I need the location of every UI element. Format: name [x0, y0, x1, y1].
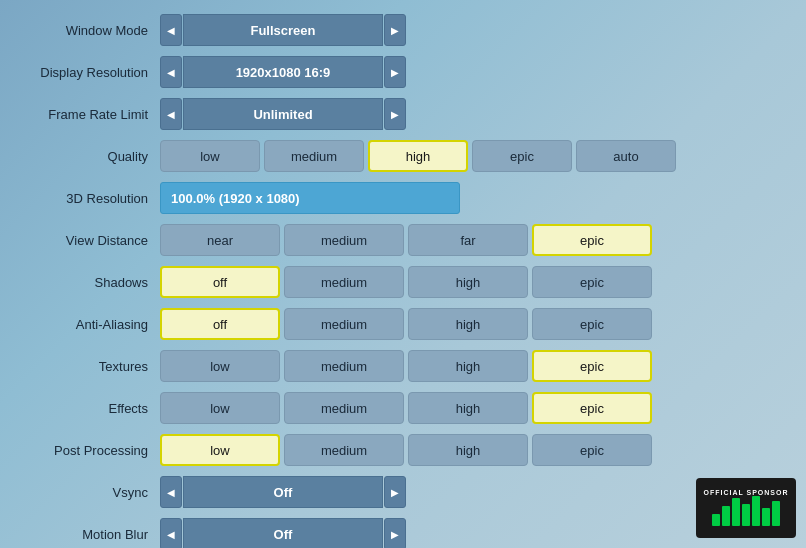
post-processing-options: low medium high epic	[160, 434, 652, 466]
frame-rate-row: Frame Rate Limit ◀ Unlimited ▶	[20, 96, 786, 132]
shadows-epic[interactable]: epic	[532, 266, 652, 298]
sponsor-bar-2	[722, 506, 730, 526]
shadows-row: Shadows off medium high epic	[20, 264, 786, 300]
window-mode-label: Window Mode	[20, 23, 160, 38]
motion-blur-prev[interactable]: ◀	[160, 518, 182, 548]
display-resolution-next[interactable]: ▶	[384, 56, 406, 88]
quality-auto[interactable]: auto	[576, 140, 676, 172]
display-resolution-row: Display Resolution ◀ 1920x1080 16:9 ▶	[20, 54, 786, 90]
anti-aliasing-off[interactable]: off	[160, 308, 280, 340]
anti-aliasing-row: Anti-Aliasing off medium high epic	[20, 306, 786, 342]
vsync-prev[interactable]: ◀	[160, 476, 182, 508]
sponsor-text: OFFICIAL SPONSOR	[703, 489, 788, 496]
window-mode-row: Window Mode ◀ Fullscreen ▶	[20, 12, 786, 48]
effects-high[interactable]: high	[408, 392, 528, 424]
view-distance-near[interactable]: near	[160, 224, 280, 256]
frame-rate-next[interactable]: ▶	[384, 98, 406, 130]
post-processing-medium[interactable]: medium	[284, 434, 404, 466]
display-resolution-label: Display Resolution	[20, 65, 160, 80]
window-mode-value: Fullscreen	[183, 14, 383, 46]
frame-rate-prev[interactable]: ◀	[160, 98, 182, 130]
frame-rate-group: ◀ Unlimited ▶	[160, 98, 406, 130]
anti-aliasing-label: Anti-Aliasing	[20, 317, 160, 332]
sponsor-badge: OFFICIAL SPONSOR	[696, 478, 796, 538]
anti-aliasing-epic[interactable]: epic	[532, 308, 652, 340]
quality-medium[interactable]: medium	[264, 140, 364, 172]
sponsor-chart	[710, 498, 782, 528]
post-processing-epic[interactable]: epic	[532, 434, 652, 466]
shadows-options: off medium high epic	[160, 266, 652, 298]
vsync-row: Vsync ◀ Off ▶	[20, 474, 786, 510]
shadows-label: Shadows	[20, 275, 160, 290]
window-mode-group: ◀ Fullscreen ▶	[160, 14, 406, 46]
anti-aliasing-high[interactable]: high	[408, 308, 528, 340]
display-resolution-value: 1920x1080 16:9	[183, 56, 383, 88]
effects-medium[interactable]: medium	[284, 392, 404, 424]
post-processing-label: Post Processing	[20, 443, 160, 458]
settings-panel: Window Mode ◀ Fullscreen ▶ Display Resol…	[0, 0, 806, 548]
view-distance-epic[interactable]: epic	[532, 224, 652, 256]
window-mode-next[interactable]: ▶	[384, 14, 406, 46]
display-resolution-group: ◀ 1920x1080 16:9 ▶	[160, 56, 406, 88]
motion-blur-label: Motion Blur	[20, 527, 160, 542]
motion-blur-row: Motion Blur ◀ Off ▶	[20, 516, 786, 548]
window-mode-prev[interactable]: ◀	[160, 14, 182, 46]
effects-low[interactable]: low	[160, 392, 280, 424]
vsync-value: Off	[183, 476, 383, 508]
sponsor-bar-1	[712, 514, 720, 526]
anti-aliasing-medium[interactable]: medium	[284, 308, 404, 340]
shadows-high[interactable]: high	[408, 266, 528, 298]
3d-resolution-label: 3D Resolution	[20, 191, 160, 206]
quality-epic[interactable]: epic	[472, 140, 572, 172]
frame-rate-value: Unlimited	[183, 98, 383, 130]
motion-blur-group: ◀ Off ▶	[160, 518, 406, 548]
quality-row: Quality low medium high epic auto	[20, 138, 786, 174]
view-distance-row: View Distance near medium far epic	[20, 222, 786, 258]
view-distance-medium[interactable]: medium	[284, 224, 404, 256]
sponsor-bar-6	[762, 508, 770, 526]
vsync-group: ◀ Off ▶	[160, 476, 406, 508]
view-distance-label: View Distance	[20, 233, 160, 248]
vsync-label: Vsync	[20, 485, 160, 500]
effects-options: low medium high epic	[160, 392, 652, 424]
post-processing-row: Post Processing low medium high epic	[20, 432, 786, 468]
quality-low[interactable]: low	[160, 140, 260, 172]
view-distance-options: near medium far epic	[160, 224, 652, 256]
view-distance-far[interactable]: far	[408, 224, 528, 256]
textures-label: Textures	[20, 359, 160, 374]
quality-options: low medium high epic auto	[160, 140, 676, 172]
textures-medium[interactable]: medium	[284, 350, 404, 382]
quality-label: Quality	[20, 149, 160, 164]
effects-row: Effects low medium high epic	[20, 390, 786, 426]
sponsor-bar-7	[772, 501, 780, 526]
display-resolution-prev[interactable]: ◀	[160, 56, 182, 88]
vsync-next[interactable]: ▶	[384, 476, 406, 508]
post-processing-low[interactable]: low	[160, 434, 280, 466]
textures-high[interactable]: high	[408, 350, 528, 382]
sponsor-bar-5	[752, 496, 760, 526]
shadows-off[interactable]: off	[160, 266, 280, 298]
sponsor-bar-3	[732, 498, 740, 526]
shadows-medium[interactable]: medium	[284, 266, 404, 298]
effects-epic[interactable]: epic	[532, 392, 652, 424]
effects-label: Effects	[20, 401, 160, 416]
motion-blur-value: Off	[183, 518, 383, 548]
motion-blur-next[interactable]: ▶	[384, 518, 406, 548]
textures-low[interactable]: low	[160, 350, 280, 382]
sponsor-bar-4	[742, 504, 750, 526]
anti-aliasing-options: off medium high epic	[160, 308, 652, 340]
3d-resolution-value: 100.0% (1920 x 1080)	[160, 182, 460, 214]
quality-high[interactable]: high	[368, 140, 468, 172]
textures-options: low medium high epic	[160, 350, 652, 382]
textures-epic[interactable]: epic	[532, 350, 652, 382]
post-processing-high[interactable]: high	[408, 434, 528, 466]
3d-resolution-row: 3D Resolution 100.0% (1920 x 1080)	[20, 180, 786, 216]
textures-row: Textures low medium high epic	[20, 348, 786, 384]
frame-rate-label: Frame Rate Limit	[20, 107, 160, 122]
